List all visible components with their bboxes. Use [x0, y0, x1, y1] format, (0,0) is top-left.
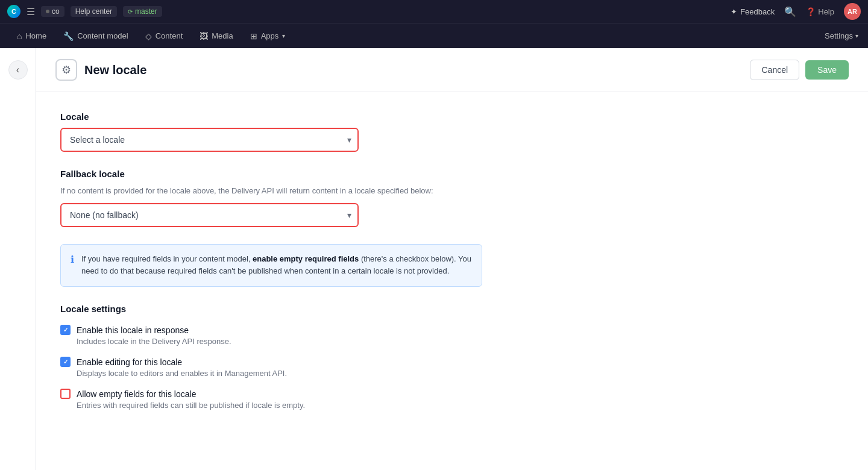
checkbox-text-enable-editing: Enable editing for this locale — [77, 357, 182, 367]
navbar-item-home[interactable]: ⌂ Home — [10, 28, 54, 45]
back-arrow-icon: ‹ — [16, 64, 19, 75]
home-icon: ⌂ — [17, 31, 22, 41]
media-icon: 🖼 — [200, 31, 208, 41]
app-logo: C — [7, 5, 20, 18]
settings-button[interactable]: Settings ▾ — [825, 31, 858, 40]
checkbox-enable-response[interactable]: ✓ — [60, 325, 71, 335]
checkbox-item-enable-editing: ✓ Enable editing for this locale Display… — [60, 357, 482, 378]
content-area: ‹ ⚙ New locale Cancel Save Locale Select… — [0, 48, 868, 470]
search-icon[interactable]: 🔍 — [784, 6, 796, 17]
checkmark-icon-2: ✓ — [63, 359, 68, 365]
checkbox-label-enable-editing[interactable]: ✓ Enable editing for this locale — [60, 357, 482, 367]
save-button[interactable]: Save — [805, 60, 849, 80]
topbar-right: ✦ Feedback 🔍 ❓ Help AR — [731, 3, 861, 20]
feedback-button[interactable]: ✦ Feedback — [731, 7, 775, 16]
sidebar-back: ‹ — [0, 48, 36, 470]
settings-gear-icon: ⚙ — [55, 59, 77, 81]
checkbox-allow-empty[interactable] — [60, 389, 71, 399]
navbar: ⌂ Home 🔧 Content model ◇ Content 🖼 Media… — [0, 23, 868, 48]
cancel-button[interactable]: Cancel — [750, 60, 799, 80]
checkbox-hint-enable-editing: Displays locale to editors and enables i… — [77, 369, 482, 378]
navbar-items: ⌂ Home 🔧 Content model ◇ Content 🖼 Media… — [10, 28, 825, 45]
checkbox-label-allow-empty[interactable]: Allow empty fields for this locale — [60, 389, 482, 399]
avatar[interactable]: AR — [844, 3, 861, 20]
navbar-item-media[interactable]: 🖼 Media — [192, 28, 240, 45]
checkbox-label-enable-response[interactable]: ✓ Enable this locale in response — [60, 325, 482, 335]
fallback-description: If no content is provided for the locale… — [60, 185, 482, 197]
env-badge[interactable]: ⟳ master — [123, 6, 162, 17]
checkbox-text-allow-empty: Allow empty fields for this locale — [77, 389, 196, 399]
apps-chevron-icon: ▾ — [282, 33, 285, 39]
locale-select[interactable]: Select a locale — [60, 128, 359, 152]
checkbox-enable-editing[interactable]: ✓ — [60, 357, 71, 367]
page-title: New locale — [84, 63, 146, 77]
content-icon: ◇ — [145, 31, 152, 41]
header-actions: Cancel Save — [750, 60, 849, 80]
back-button[interactable]: ‹ — [8, 60, 28, 80]
feedback-icon: ✦ — [731, 7, 737, 16]
settings-chevron-icon: ▾ — [855, 33, 858, 39]
locale-select-wrapper: Select a locale ▾ — [60, 128, 359, 152]
fallback-locale-label: Fallback locale — [60, 169, 482, 179]
locale-label: Locale — [60, 111, 482, 122]
fallback-select-wrapper: None (no fallback) ▾ — [60, 203, 359, 227]
info-box: ℹ If you have required fields in your co… — [60, 244, 482, 287]
info-icon: ℹ — [71, 254, 74, 278]
navbar-item-apps[interactable]: ⊞ Apps ▾ — [243, 28, 293, 45]
help-circle-icon: ❓ — [806, 7, 816, 16]
app-badge[interactable]: co — [41, 6, 64, 17]
hamburger-icon[interactable]: ☰ — [27, 6, 35, 17]
fallback-locale-section: Fallback locale If no content is provide… — [60, 169, 482, 227]
form-body: Locale Select a locale ▾ Fallback locale… — [36, 92, 506, 440]
locale-settings-section: Locale settings ✓ Enable this locale in … — [60, 304, 482, 410]
main-panel: ⚙ New locale Cancel Save Locale Select a… — [36, 48, 868, 470]
checkbox-hint-enable-response: Includes locale in the Delivery API resp… — [77, 337, 482, 346]
fallback-select[interactable]: None (no fallback) — [60, 203, 359, 227]
page-header-left: ⚙ New locale — [55, 59, 750, 81]
checkmark-icon: ✓ — [63, 327, 68, 333]
content-model-icon: 🔧 — [63, 31, 74, 41]
locale-section: Locale Select a locale ▾ — [60, 111, 482, 152]
checkbox-text-enable-response: Enable this locale in response — [77, 325, 189, 335]
apps-icon: ⊞ — [250, 31, 257, 41]
navbar-item-content[interactable]: ◇ Content — [138, 28, 190, 45]
help-button[interactable]: ❓ Help — [806, 7, 834, 16]
checkbox-item-allow-empty: Allow empty fields for this locale Entri… — [60, 389, 482, 410]
topbar: C ☰ co Help center ⟳ master ✦ Feedback 🔍… — [0, 0, 868, 23]
checkbox-hint-allow-empty: Entries with required fields can still b… — [77, 401, 482, 410]
settings-section-title: Locale settings — [60, 304, 482, 314]
navbar-item-content-model[interactable]: 🔧 Content model — [56, 28, 136, 45]
help-center-badge[interactable]: Help center — [71, 6, 117, 17]
page-header: ⚙ New locale Cancel Save — [36, 48, 868, 92]
checkbox-item-enable-response: ✓ Enable this locale in response Include… — [60, 325, 482, 346]
info-text: If you have required fields in your cont… — [81, 253, 472, 278]
